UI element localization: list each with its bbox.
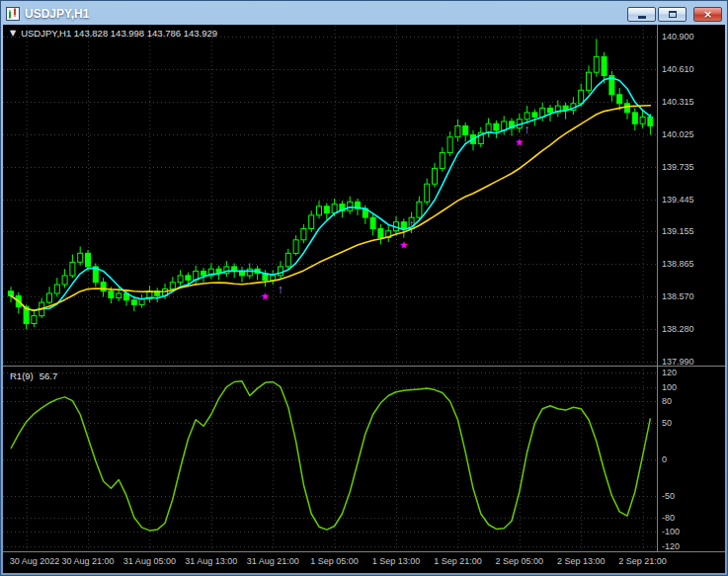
marker-arrow-up: ↑ xyxy=(278,282,284,296)
candle xyxy=(386,225,391,242)
indicator-axis-label: 0 xyxy=(662,454,667,464)
price-axis-label: 140.900 xyxy=(662,32,694,41)
price-axis-label: 138.570 xyxy=(662,291,694,301)
candle xyxy=(463,123,468,141)
candle-body xyxy=(309,215,314,229)
candle xyxy=(293,235,298,255)
candle-body xyxy=(447,137,452,153)
candle xyxy=(394,216,399,235)
chart-window: USDJPY,H1 × ★↑★↑★↑140.900140.610140.3151… xyxy=(0,0,728,576)
indicator-axis-label: -120 xyxy=(662,541,680,551)
candle xyxy=(440,147,445,172)
time-axis-label: 2 Sep 13:00 xyxy=(557,556,606,566)
collapse-arrow-icon[interactable]: ▼ xyxy=(10,30,16,38)
candle xyxy=(447,131,452,156)
candle-body xyxy=(332,205,337,213)
candle xyxy=(240,267,245,283)
candle-body xyxy=(648,117,653,125)
time-axis-label: 31 Aug 05:00 xyxy=(123,556,176,566)
marker-star: ★ xyxy=(400,240,409,250)
price-scale[interactable]: 140.900140.610140.315140.025139.735139.4… xyxy=(662,32,694,551)
candle xyxy=(587,65,592,93)
candle-body xyxy=(525,113,529,120)
price-axis-label: 140.610 xyxy=(662,64,694,74)
candle-body xyxy=(317,206,322,215)
candle-body xyxy=(131,300,136,305)
window-controls: × xyxy=(627,7,722,22)
time-scale[interactable]: 30 Aug 202230 Aug 21:0031 Aug 05:0031 Au… xyxy=(10,556,667,566)
candle xyxy=(285,249,290,269)
candle xyxy=(540,103,545,122)
candle-body xyxy=(247,269,252,276)
candle-body xyxy=(348,202,353,210)
indicator-axis-label: 80 xyxy=(662,396,672,406)
candle-body xyxy=(486,123,491,132)
price-axis-label: 140.025 xyxy=(662,129,694,139)
candle xyxy=(617,88,622,111)
price-axis-label: 139.155 xyxy=(662,226,694,236)
time-axis-label: 2 Sep 05:00 xyxy=(496,556,544,566)
candle-body xyxy=(433,168,438,184)
candle xyxy=(425,179,430,206)
candle-body xyxy=(139,299,144,305)
candle xyxy=(155,288,160,302)
candle-body xyxy=(625,104,630,113)
indicator-axis-label: -100 xyxy=(662,527,680,536)
candle-body xyxy=(285,253,290,267)
candle xyxy=(208,264,213,280)
candle xyxy=(486,119,491,137)
candle xyxy=(93,264,98,288)
candle-body xyxy=(101,283,106,291)
candle-body xyxy=(370,217,375,228)
candle xyxy=(70,255,75,279)
minimize-icon xyxy=(638,16,646,19)
candle xyxy=(62,269,67,288)
titlebar[interactable]: USDJPY,H1 × xyxy=(3,3,725,25)
slow-ma-line xyxy=(11,106,650,310)
indicator-value: 56.7 xyxy=(40,371,58,381)
fast-ma-line xyxy=(11,78,650,310)
candle xyxy=(47,287,52,304)
candle xyxy=(255,266,260,281)
candle-body xyxy=(271,276,276,281)
chart-canvas[interactable]: ★↑★↑★↑140.900140.610140.315140.025139.73… xyxy=(3,25,725,573)
oscillator-line xyxy=(11,381,650,531)
maximize-button[interactable] xyxy=(658,7,687,22)
candle xyxy=(147,286,152,302)
candle-body xyxy=(70,262,75,276)
candle xyxy=(78,247,83,266)
candle xyxy=(271,270,276,285)
candle xyxy=(401,218,406,237)
candle xyxy=(309,210,314,232)
time-axis-label: 1 Sep 13:00 xyxy=(372,556,421,566)
candle-body xyxy=(602,56,607,75)
candle-body xyxy=(47,293,52,302)
ohlc-readout-text: USDJPY,H1 143.828 143.998 143.786 143.92… xyxy=(21,29,217,39)
candle-body xyxy=(417,202,422,217)
candle-body xyxy=(32,316,37,324)
candle xyxy=(54,278,59,296)
candle-body xyxy=(178,276,183,283)
candle xyxy=(301,224,306,243)
candle-body xyxy=(532,113,537,118)
candle-body xyxy=(587,72,592,90)
price-axis-label: 138.280 xyxy=(662,324,694,334)
close-button[interactable]: × xyxy=(693,7,722,22)
time-axis-label: 31 Aug 13:00 xyxy=(185,556,237,566)
candle xyxy=(455,120,460,142)
candle-body xyxy=(62,276,67,285)
candle-body xyxy=(378,229,383,238)
candle-body xyxy=(548,108,553,113)
candle-body xyxy=(494,123,499,130)
candle-body xyxy=(401,222,406,229)
candle xyxy=(517,114,522,132)
time-axis-label: 30 Aug 2022 xyxy=(10,556,60,566)
candle xyxy=(178,270,183,286)
candle-body xyxy=(640,117,645,123)
close-icon: × xyxy=(703,9,712,20)
candle-body xyxy=(117,293,121,298)
candle-body xyxy=(594,56,599,72)
time-axis-label: 2 Sep 21:00 xyxy=(618,556,667,566)
indicator-axis-label: -80 xyxy=(662,513,675,523)
minimize-button[interactable] xyxy=(627,7,656,22)
